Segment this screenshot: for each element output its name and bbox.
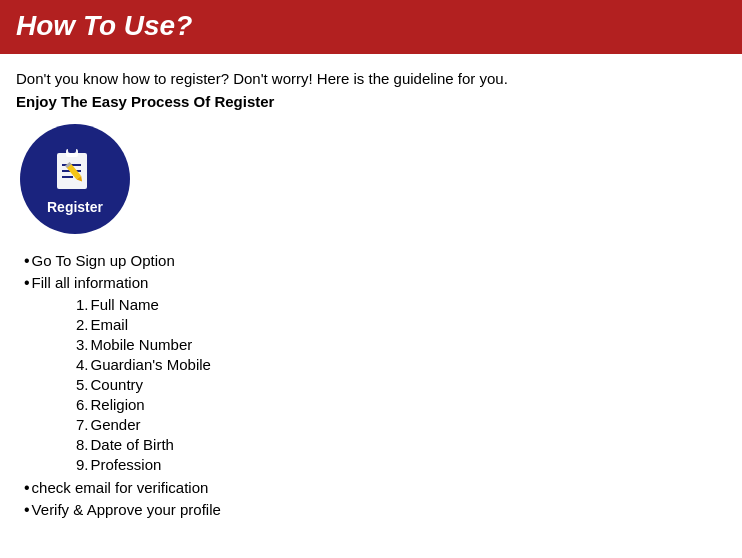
list-item-email: 2.Email	[76, 316, 726, 333]
list-item-mobile: 3.Mobile Number	[76, 336, 726, 353]
intro-line2: Enjoy The Easy Process Of Register	[16, 93, 726, 110]
list-item-gender: 7.Gender	[76, 416, 726, 433]
list-item-fullname: 1.Full Name	[76, 296, 726, 313]
list-item-profession: 9.Profession	[76, 456, 726, 473]
info-numbered-list: 1.Full Name 2.Email 3.Mobile Number 4.Gu…	[76, 296, 726, 473]
register-label: Register	[47, 199, 103, 215]
register-circle: Register	[20, 124, 130, 234]
bullet-fill-info: Fill all information	[24, 274, 726, 292]
register-clipboard-icon	[49, 143, 101, 195]
bullet-check-email: check email for verification	[24, 479, 726, 497]
list-item-guardian-mobile: 4.Guardian's Mobile	[76, 356, 726, 373]
page-header: How To Use?	[0, 0, 742, 54]
register-icon-wrapper: Register	[20, 124, 726, 234]
list-item-religion: 6.Religion	[76, 396, 726, 413]
bullet-signup: Go To Sign up Option	[24, 252, 726, 270]
bullet-section: Go To Sign up Option Fill all informatio…	[24, 252, 726, 519]
list-item-country: 5.Country	[76, 376, 726, 393]
main-content: Don't you know how to register? Don't wo…	[0, 54, 742, 539]
intro-line1: Don't you know how to register? Don't wo…	[16, 70, 726, 87]
svg-rect-2	[68, 147, 76, 153]
bullet-verify: Verify & Approve your profile	[24, 501, 726, 519]
page-title: How To Use?	[16, 10, 726, 42]
list-item-dob: 8.Date of Birth	[76, 436, 726, 453]
